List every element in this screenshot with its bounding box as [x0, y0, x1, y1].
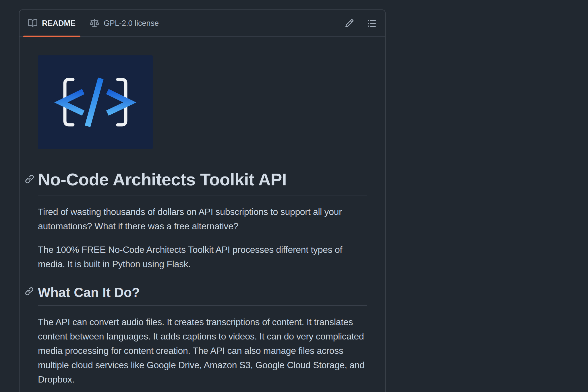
- outline-button[interactable]: [363, 14, 381, 32]
- law-icon: [90, 19, 99, 28]
- h1-anchor-link[interactable]: [25, 174, 34, 184]
- pencil-icon: [345, 19, 354, 28]
- edit-readme-button[interactable]: [340, 14, 359, 32]
- tab-license-label: GPL-2.0 license: [104, 19, 159, 28]
- readme-heading-1: No-Code Architects Toolkit API: [38, 170, 367, 195]
- list-unordered-icon: [367, 19, 376, 28]
- readme-paragraph-capabilities: The API can convert audio files. It crea…: [38, 315, 367, 387]
- tab-readme-label: README: [42, 19, 76, 28]
- project-logo: [38, 55, 153, 149]
- readme-heading-2: What Can It Do?: [38, 284, 367, 306]
- active-tab-underline: [23, 36, 80, 37]
- readme-heading-1-text: No-Code Architects Toolkit API: [38, 170, 287, 189]
- book-icon: [28, 19, 37, 28]
- tab-readme[interactable]: README: [23, 10, 80, 36]
- readme-panel: README GPL-2.0 license: [19, 9, 386, 392]
- tabbar-actions: [340, 10, 381, 36]
- link-icon: [25, 174, 34, 184]
- page: README GPL-2.0 license: [0, 0, 588, 392]
- h2-anchor-link[interactable]: [25, 287, 34, 296]
- readme-heading-2-text: What Can It Do?: [38, 285, 140, 300]
- link-icon: [25, 287, 34, 296]
- readme-content: No-Code Architects Toolkit API Tired of …: [20, 37, 385, 392]
- tab-license[interactable]: GPL-2.0 license: [85, 10, 164, 36]
- readme-paragraph-free: The 100% FREE No-Code Architects Toolkit…: [38, 242, 367, 271]
- readme-paragraph-intro: Tired of wasting thousands of dollars on…: [38, 205, 367, 233]
- readme-tabbar: README GPL-2.0 license: [20, 10, 385, 37]
